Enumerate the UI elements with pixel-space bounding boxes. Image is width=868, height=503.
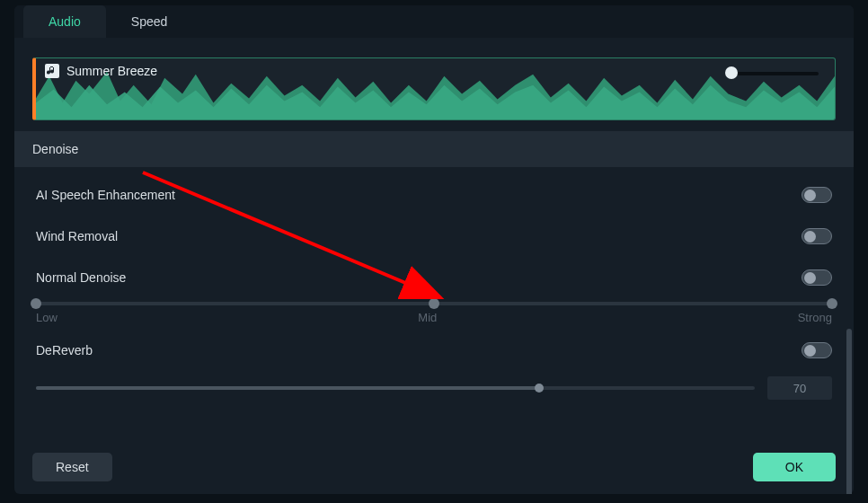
music-note-icon: [45, 64, 59, 78]
option-dereverb: DeReverb: [14, 330, 854, 371]
dereverb-value-box[interactable]: 70: [767, 376, 832, 400]
slider-label-low: Low: [36, 311, 58, 324]
dereverb-label: DeReverb: [36, 343, 93, 357]
normal-denoise-toggle[interactable]: [802, 269, 832, 286]
option-normal-denoise: Normal Denoise: [14, 257, 854, 298]
slider-label-mid: Mid: [418, 311, 437, 324]
track-volume-slider-thumb[interactable]: [725, 66, 738, 79]
dereverb-slider-thumb[interactable]: [535, 384, 544, 393]
tab-bar: Audio Speed: [14, 5, 854, 38]
dereverb-slider-row: 70: [14, 371, 854, 400]
normal-denoise-thumb-strong[interactable]: [827, 298, 837, 309]
footer-buttons: Reset OK: [14, 438, 854, 494]
option-ai-speech: AI Speech Enhancement: [14, 174, 854, 216]
normal-denoise-label: Normal Denoise: [36, 270, 126, 285]
tab-audio[interactable]: Audio: [23, 5, 106, 38]
track-volume-slider-track[interactable]: [729, 72, 819, 75]
dereverb-slider[interactable]: [36, 386, 755, 390]
normal-denoise-slider-row: Low Mid Strong: [14, 302, 854, 330]
wind-removal-toggle[interactable]: [802, 228, 832, 244]
tab-speed[interactable]: Speed: [106, 5, 192, 38]
options-list: AI Speech Enhancement Wind Removal Norma…: [14, 167, 854, 438]
option-wind-removal: Wind Removal: [14, 216, 854, 257]
ai-speech-label: AI Speech Enhancement: [36, 188, 175, 202]
normal-denoise-slider[interactable]: [36, 302, 832, 305]
ok-button[interactable]: OK: [753, 453, 836, 481]
audio-track[interactable]: Summer Breeze: [32, 57, 836, 120]
reset-button[interactable]: Reset: [32, 453, 112, 481]
denoise-section-header: Denoise: [14, 131, 854, 167]
ai-speech-toggle[interactable]: [802, 187, 832, 203]
normal-denoise-labels: Low Mid Strong: [36, 311, 832, 324]
dereverb-toggle[interactable]: [802, 342, 832, 358]
slider-label-strong: Strong: [798, 311, 832, 324]
track-title: Summer Breeze: [66, 64, 157, 78]
track-header: Summer Breeze: [45, 64, 157, 78]
content-area: Summer Breeze Denoise AI Speech Enhancem…: [14, 38, 854, 494]
normal-denoise-thumb-low[interactable]: [31, 298, 41, 309]
scrollbar[interactable]: [846, 329, 852, 494]
wind-removal-label: Wind Removal: [36, 229, 118, 243]
normal-denoise-thumb-mid[interactable]: [429, 298, 439, 309]
audio-panel: Audio Speed Summer Breeze Denoise AI Spe…: [14, 5, 854, 494]
